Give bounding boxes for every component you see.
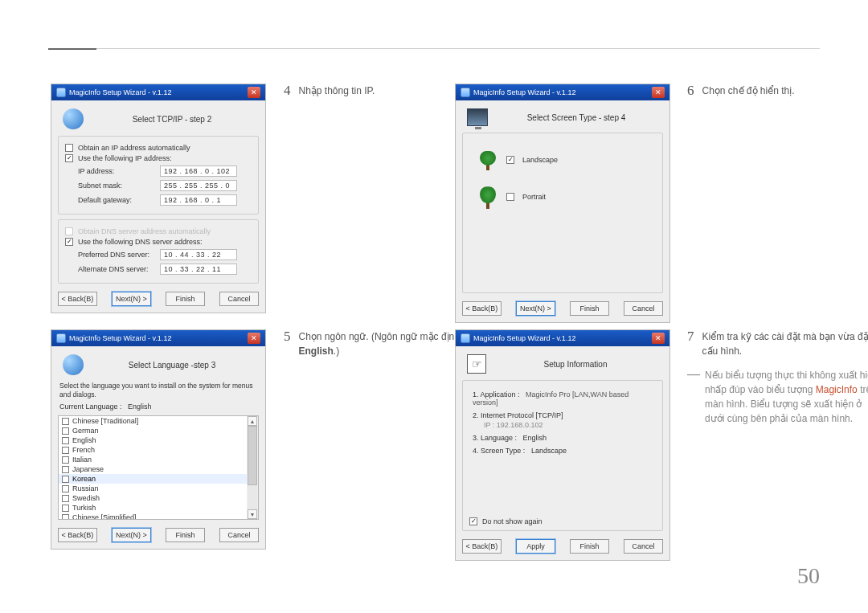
list-item[interactable]: Russian (59, 484, 258, 493)
dialog-setup-info: MagicInfo Setup Wizard - v.1.12 ✕ Setup … (455, 329, 670, 561)
panel-header: Setup Information (493, 360, 658, 369)
info-ip: IP : 192.168.0.102 (484, 421, 656, 429)
auto-ip-label: Obtain an IP address automatically (78, 144, 252, 152)
finish-button[interactable]: Finish (570, 539, 609, 554)
next-button[interactable]: Next(N) > (112, 528, 151, 542)
dialog-language: MagicInfo Setup Wizard - v.1.12 ✕ Select… (51, 329, 266, 550)
app-icon (56, 88, 66, 97)
scroll-down-icon[interactable]: ▼ (248, 509, 257, 519)
checkbox-auto-ip[interactable] (65, 144, 73, 152)
list-item[interactable]: Korean (59, 474, 258, 484)
scrollbar[interactable]: ▲ ▼ (247, 416, 258, 519)
checkbox-icon[interactable] (62, 514, 69, 521)
portrait-label: Portrait (522, 193, 546, 201)
list-item-label: Chinese [Simplified] (72, 513, 137, 520)
scroll-up-icon[interactable]: ▲ (248, 416, 257, 426)
checkbox-icon[interactable] (62, 437, 69, 444)
step-number-6: 6 (687, 84, 694, 98)
back-button[interactable]: < Back(B) (462, 301, 502, 316)
checkbox-auto-dns[interactable] (65, 227, 73, 235)
list-item[interactable]: Japanese (59, 464, 258, 474)
checkbox-icon[interactable] (62, 476, 69, 483)
checkbox-use-ip[interactable] (65, 154, 73, 162)
top-divider (48, 48, 820, 49)
title-text: MagicInfo Setup Wizard - v.1.12 (473, 88, 575, 96)
back-button[interactable]: < Back(B) (462, 539, 502, 554)
dns2-field[interactable]: 10 . 33 . 22 . 11 (160, 264, 237, 275)
monitor-icon (467, 108, 488, 126)
cancel-button[interactable]: Cancel (219, 292, 259, 306)
finish-button[interactable]: Finish (166, 292, 205, 306)
close-icon[interactable]: ✕ (652, 87, 665, 98)
checkbox-icon[interactable] (62, 495, 69, 502)
list-item[interactable]: English (59, 435, 258, 445)
summary-group: 1. Application : MagicInfo Pro [LAN,WAN … (462, 380, 663, 531)
panel-header: Select Language -step 3 (90, 361, 254, 370)
finish-button[interactable]: Finish (570, 301, 609, 316)
checkbox-icon[interactable] (62, 456, 69, 464)
close-icon[interactable]: ✕ (652, 333, 665, 344)
close-icon[interactable]: ✕ (248, 87, 260, 98)
app-icon (461, 333, 470, 343)
info-application: 1. Application : MagicInfo Pro [LAN,WAN … (473, 390, 656, 407)
checkbox-use-dns[interactable] (65, 238, 73, 246)
titlebar[interactable]: MagicInfo Setup Wizard - v.1.12 ✕ (456, 84, 669, 100)
next-button[interactable]: Next(N) > (516, 301, 555, 316)
app-icon (56, 333, 66, 343)
finish-button[interactable]: Finish (166, 528, 205, 542)
list-item-label: English (72, 436, 96, 444)
info-language: 3. Language : English (473, 434, 656, 442)
list-item-label: French (72, 446, 95, 454)
dont-show-label: Do not show again (482, 517, 542, 525)
step-number-7: 7 (687, 329, 694, 358)
titlebar[interactable]: MagicInfo Setup Wizard - v.1.12 ✕ (51, 330, 265, 346)
tree-landscape-icon (477, 149, 498, 170)
checkbox-portrait[interactable] (506, 193, 514, 201)
list-item[interactable]: Italian (59, 455, 258, 464)
language-listbox[interactable]: Chinese [Traditional]GermanEnglishFrench… (58, 415, 259, 520)
mask-field[interactable]: 255 . 255 . 255 . 0 (160, 180, 237, 191)
info-screentype: 4. Screen Type : Landscape (473, 447, 656, 455)
ip-label: IP address: (78, 167, 154, 175)
tree-portrait-icon (477, 185, 498, 209)
gw-field[interactable]: 192 . 168 . 0 . 1 (160, 194, 237, 206)
checkbox-icon[interactable] (62, 447, 69, 454)
list-item[interactable]: Swedish (59, 493, 258, 503)
back-button[interactable]: < Back(B) (58, 528, 97, 542)
apply-button[interactable]: Apply (516, 539, 555, 554)
cancel-button[interactable]: Cancel (624, 539, 663, 554)
list-item[interactable]: Chinese [Simplified] (59, 513, 258, 520)
next-button[interactable]: Next(N) > (112, 292, 151, 306)
step-number-5: 5 (284, 329, 291, 358)
globe-lang-icon (63, 354, 84, 375)
checkbox-icon[interactable] (62, 466, 69, 473)
dns1-field[interactable]: 10 . 44 . 33 . 22 (160, 249, 237, 260)
dialog-tcpip: MagicInfo Setup Wizard - v.1.12 ✕ Select… (51, 84, 266, 313)
checkbox-icon[interactable] (62, 427, 69, 435)
page-number: 50 (797, 563, 820, 589)
ip-field[interactable]: 192 . 168 . 0 . 102 (160, 166, 237, 177)
use-ip-label: Use the following IP address: (78, 154, 252, 162)
titlebar[interactable]: MagicInfo Setup Wizard - v.1.12 ✕ (51, 84, 265, 100)
checkbox-icon[interactable] (62, 485, 69, 492)
scroll-thumb[interactable] (248, 426, 257, 485)
back-button[interactable]: < Back(B) (58, 292, 97, 306)
checkbox-dont-show[interactable] (469, 517, 477, 525)
list-item[interactable]: Turkish (59, 503, 258, 513)
panel-header: Select TCP/IP - step 2 (90, 115, 254, 124)
list-item[interactable]: Chinese [Traditional] (59, 416, 258, 426)
close-icon[interactable]: ✕ (248, 333, 260, 344)
list-item[interactable]: German (59, 426, 258, 435)
cancel-button[interactable]: Cancel (624, 301, 663, 316)
checkbox-icon[interactable] (62, 505, 69, 512)
titlebar[interactable]: MagicInfo Setup Wizard - v.1.12 ✕ (456, 330, 669, 346)
checkbox-icon[interactable] (62, 418, 69, 425)
list-item[interactable]: French (59, 445, 258, 455)
cancel-button[interactable]: Cancel (219, 528, 259, 542)
auto-dns-label: Obtain DNS server address automatically (78, 227, 252, 235)
step-text-5: Chọn ngôn ngữ. (Ngôn ngữ mặc định là Eng… (299, 329, 479, 358)
step-number-4: 4 (284, 84, 291, 98)
step-text-7: Kiểm tra kỹ các cài đặt mà bạn vừa đặt c… (702, 329, 869, 358)
checkbox-landscape[interactable] (506, 156, 514, 164)
list-item-label: Russian (72, 484, 99, 492)
